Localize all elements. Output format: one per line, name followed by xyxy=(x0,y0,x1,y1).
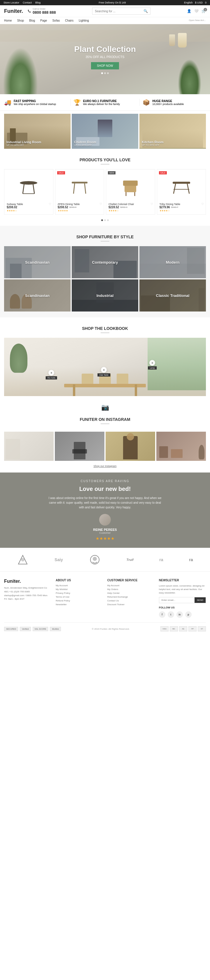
product-wishlist-3[interactable]: ♡ xyxy=(201,202,204,205)
testimonial-stars: ★★★★★ xyxy=(12,536,198,541)
footer-col-service: CUSTOMER SERVICE My Account My Orders He… xyxy=(107,579,153,618)
footer-service-link-5[interactable]: Discount Tickner xyxy=(107,603,153,606)
product-wishlist-1[interactable]: ♡ xyxy=(99,202,102,205)
wishlist-button[interactable]: 🤍 xyxy=(194,9,199,13)
instagram-image-2[interactable] xyxy=(106,432,155,461)
footer-service-link-0[interactable]: My Account xyxy=(107,584,153,587)
instagram-image-1[interactable] xyxy=(55,432,104,461)
style-card-2[interactable]: Modern xyxy=(139,246,206,278)
feature-title-2: HUGE RANGE xyxy=(152,99,184,103)
promo-link[interactable]: Open New Arri... xyxy=(189,19,206,22)
main-nav: Home Shop Blog Page Sofas Chairs Lightin… xyxy=(0,17,210,24)
style-label-2: Modern xyxy=(166,260,180,264)
testimonial-avatar-image xyxy=(99,514,111,526)
room-card-2[interactable]: Kitchen Room UP TO 35% OFF xyxy=(139,114,206,149)
product-name-2: Cheltet Colonial Chair xyxy=(108,203,153,205)
hero-dot-2[interactable] xyxy=(104,72,106,74)
currency-selector[interactable]: $ USD xyxy=(195,1,203,4)
nav-sofas[interactable]: Sofas xyxy=(52,19,60,22)
svg-point-16 xyxy=(21,558,24,562)
payment-icons-group: VISA MC AE PP ST xyxy=(161,626,206,632)
product-wishlist-0[interactable]: ♡ xyxy=(49,202,51,205)
search-icon[interactable]: 🔍 xyxy=(143,9,148,13)
instagram-shop-link[interactable]: Shop our Instagram xyxy=(93,465,116,468)
phone-number[interactable]: 0800 888 888 xyxy=(33,10,56,14)
delivery-notice: Free Delivery On $ 149 xyxy=(99,1,126,4)
hero-dot-3[interactable] xyxy=(107,72,109,74)
hero-content: Plant Collection 35% OFF ALL PRODUCTS SH… xyxy=(74,45,136,74)
product-stars-3: ★★★★☆ xyxy=(159,209,204,212)
search-bar[interactable]: 🔍 xyxy=(92,8,151,14)
footer-service-link-4[interactable]: Contact Us xyxy=(107,600,153,602)
footer-service-heading: CUSTOMER SERVICE xyxy=(107,579,153,582)
brand-ra-logo: ra xyxy=(189,557,193,562)
style-card-5[interactable]: Classic Traditional xyxy=(139,279,206,312)
product-dot-2[interactable] xyxy=(104,220,106,221)
brand-lion-logo xyxy=(89,554,100,566)
footer-about-link-0[interactable]: My Account xyxy=(56,584,102,587)
store-locator-link[interactable]: Store Locator xyxy=(3,1,19,4)
svg-line-13 xyxy=(187,184,189,194)
facebook-icon[interactable]: f xyxy=(159,611,165,618)
hotspot-label-1: Oak Table xyxy=(97,373,110,377)
product-old-price-2: $282.3 xyxy=(120,206,127,208)
product-card-2: NEW Cheltet Colonial Chair $228.52 $282.… xyxy=(106,169,155,215)
language-selector[interactable]: English xyxy=(184,1,193,4)
footer-about-link-4[interactable]: Refund Policy xyxy=(56,600,102,602)
feature-desc-1: We always deliver for the family xyxy=(83,103,120,106)
hero-dot-1[interactable] xyxy=(101,72,103,74)
site-logo[interactable]: Funiter. xyxy=(4,8,23,14)
footer-about-link-2[interactable]: Privacy Policy xyxy=(56,592,102,594)
nav-chairs[interactable]: Chairs xyxy=(65,19,73,22)
product-price-2: $228.52 xyxy=(108,205,119,209)
account-button[interactable]: 👤 xyxy=(187,9,191,13)
top-bar-left: Store Locator Contact Blog xyxy=(3,1,41,4)
product-price-3: $279.96 xyxy=(159,205,170,209)
hero-shop-now-button[interactable]: SHOP NOW xyxy=(91,62,119,69)
header: Funiter. 📞 Call & Order 0800 888 888 🔍 👤… xyxy=(0,5,210,17)
footer-service-link-3[interactable]: Returned Exchange xyxy=(107,596,153,598)
brand-wolf-logo xyxy=(17,554,29,566)
footer-service-link-1[interactable]: My Orders xyxy=(107,588,153,590)
pinterest-icon[interactable]: p xyxy=(185,611,192,618)
search-input[interactable] xyxy=(95,10,143,13)
footer-logo[interactable]: Funiter. xyxy=(4,579,50,584)
style-label-3: Scandinavian xyxy=(25,293,49,298)
brand-truif-logo: Truif xyxy=(126,558,133,562)
room-card-0[interactable]: Industrial Living Room UP TO 30% OFF xyxy=(4,114,71,149)
instagram-social-icon[interactable]: in xyxy=(177,611,183,618)
account-icon[interactable]: 0 xyxy=(205,1,207,4)
nav-blog[interactable]: Blog xyxy=(29,19,35,22)
product-dot-1[interactable] xyxy=(101,220,103,221)
product-card-0: Subway Table $208.02 ★★★★☆ ♡ xyxy=(4,169,53,215)
footer-about-link-5[interactable]: Newsletter xyxy=(56,603,102,606)
instagram-image-3[interactable] xyxy=(156,432,206,461)
footer-about-link-1[interactable]: My Wishlist xyxy=(56,588,102,590)
newsletter-submit-button[interactable]: SEND xyxy=(194,597,205,603)
blog-link[interactable]: Blog xyxy=(35,1,41,4)
footer-service-link-2[interactable]: Help Center xyxy=(107,592,153,594)
nav-page[interactable]: Page xyxy=(40,19,47,22)
cart-count: 0 xyxy=(204,8,207,11)
style-card-3[interactable]: Scandinavian xyxy=(4,279,71,312)
brand-icon: 🏆 xyxy=(73,99,81,106)
nav-home[interactable]: Home xyxy=(4,19,12,22)
contact-link[interactable]: Contact xyxy=(23,1,32,4)
instagram-image-0[interactable] xyxy=(4,432,54,461)
nav-lighting[interactable]: Lighting xyxy=(79,19,89,22)
phone-icon: 📞 xyxy=(28,10,31,13)
room-card-1[interactable]: Chidren Room UP TO 35% OFF xyxy=(72,114,138,149)
cart-button[interactable]: 🛒 0 xyxy=(202,9,206,13)
style-card-4[interactable]: Industrial xyxy=(72,279,138,312)
style-card-0[interactable]: Scandinavian xyxy=(4,246,71,278)
account-icon: 👤 xyxy=(187,9,191,13)
product-name-3: Triby Dining Table xyxy=(159,203,204,205)
twitter-icon[interactable]: t xyxy=(168,611,174,618)
newsletter-email-input[interactable] xyxy=(159,597,194,603)
nav-shop[interactable]: Shop xyxy=(17,19,24,22)
product-dot-3[interactable] xyxy=(107,220,109,221)
footer-about-link-3[interactable]: Terms of Use xyxy=(56,596,102,598)
product-wishlist-2[interactable]: ♡ xyxy=(151,202,153,205)
product-dots-nav xyxy=(0,220,210,226)
style-card-1[interactable]: Contemporary xyxy=(72,246,138,278)
